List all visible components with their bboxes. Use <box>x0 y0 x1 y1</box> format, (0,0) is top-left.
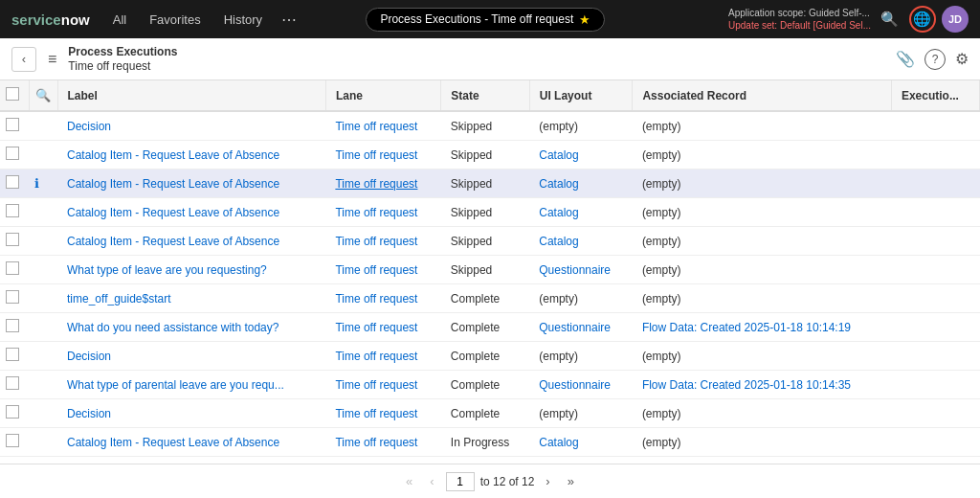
row-info-cell <box>29 371 57 399</box>
row-lane-link[interactable]: Time off request <box>335 292 417 306</box>
row-ui-layout-cell: Questionnaire <box>529 371 633 399</box>
row-checkbox-cell <box>0 371 29 399</box>
row-checkbox-cell <box>0 313 29 342</box>
row-lane-link[interactable]: Time off request <box>335 177 417 191</box>
row-label-link[interactable]: Catalog Item - Request Leave of Absence <box>67 206 279 219</box>
search-icon-btn[interactable]: 🔍 <box>877 6 903 33</box>
settings-icon[interactable]: ⚙ <box>955 50 969 68</box>
row-associated-record-link[interactable]: Flow Data: Created 2025-01-18 10:14:35 <box>642 378 851 392</box>
nav-all[interactable]: All <box>105 9 134 31</box>
row-lane-cell: Time off request <box>325 284 440 313</box>
row-lane-link[interactable]: Time off request <box>335 206 417 219</box>
row-associated-record-cell: (empty) <box>633 284 892 313</box>
row-lane-link[interactable]: Time off request <box>335 235 417 248</box>
search-icon[interactable]: 🔍 <box>35 88 51 102</box>
row-label-link[interactable]: Catalog Item - Request Leave of Absence <box>67 235 279 248</box>
row-execution-cell <box>891 428 979 457</box>
row-execution-cell <box>891 284 979 313</box>
row-label-link[interactable]: What type of leave are you requesting? <box>67 263 267 277</box>
row-execution-cell <box>891 256 979 284</box>
row-label-link[interactable]: Catalog Item - Request Leave of Absence <box>67 436 279 449</box>
row-checkbox[interactable] <box>6 319 19 332</box>
info-icon[interactable]: ℹ <box>34 176 39 191</box>
nav-favorites[interactable]: Favorites <box>142 9 208 31</box>
row-lane-link[interactable]: Time off request <box>335 263 417 277</box>
col-state: State <box>441 80 529 111</box>
row-lane-link[interactable]: Time off request <box>335 120 417 133</box>
nav-right-section: Application scope: Guided Self-... Updat… <box>728 6 969 33</box>
row-label-link[interactable]: What type of parental leave are you requ… <box>67 378 284 392</box>
table-row: What type of parental leave are you requ… <box>0 371 980 399</box>
row-lane-link[interactable]: Time off request <box>335 321 417 334</box>
row-ui-layout-link[interactable]: Catalog <box>539 436 578 449</box>
row-checkbox[interactable] <box>6 204 19 217</box>
next-page-button[interactable]: › <box>540 472 555 490</box>
col-search: 🔍 <box>29 80 57 111</box>
table-row: What type of leave are you requesting?Ti… <box>0 256 980 284</box>
row-label-link[interactable]: Decision <box>67 350 111 363</box>
row-lane-link[interactable]: Time off request <box>335 350 417 363</box>
menu-icon[interactable]: ≡ <box>44 49 60 70</box>
row-checkbox[interactable] <box>6 233 19 246</box>
row-lane-link[interactable]: Time off request <box>335 436 417 449</box>
row-label-link[interactable]: Catalog Item - Request Leave of Absence <box>67 148 279 162</box>
row-checkbox[interactable] <box>6 348 19 361</box>
row-checkbox[interactable] <box>6 261 19 275</box>
attach-icon[interactable]: 📎 <box>896 50 915 68</box>
back-button[interactable]: ‹ <box>11 47 36 72</box>
row-info-cell <box>29 428 57 457</box>
row-checkbox[interactable] <box>6 118 19 131</box>
prev-page-button[interactable]: ‹ <box>424 472 439 490</box>
row-ui-layout-link[interactable]: Questionnaire <box>539 263 611 277</box>
row-info-cell <box>29 227 57 256</box>
row-checkbox[interactable] <box>6 175 19 189</box>
page-total-info: to 12 of 12 <box>480 475 535 488</box>
servicenow-logo: servicenow <box>11 11 90 28</box>
row-lane-cell: Time off request <box>325 170 440 198</box>
col-execution: Executio... <box>891 80 979 111</box>
top-nav: servicenow All Favorites History ⋯ Proce… <box>0 0 980 38</box>
globe-icon-btn[interactable]: 🌐 <box>909 6 936 33</box>
nav-history[interactable]: History <box>216 9 270 31</box>
row-checkbox-cell <box>0 170 29 198</box>
row-ui-layout-link[interactable]: Catalog <box>539 177 578 191</box>
row-associated-record-cell: (empty) <box>633 141 892 170</box>
row-checkbox[interactable] <box>6 376 19 390</box>
row-label-link[interactable]: What do you need assistance with today? <box>67 321 278 334</box>
avatar[interactable]: JD <box>942 6 969 33</box>
nav-more-icon[interactable]: ⋯ <box>278 11 301 29</box>
row-info-cell <box>29 256 57 284</box>
row-checkbox[interactable] <box>6 147 19 160</box>
first-page-button[interactable]: « <box>400 472 418 490</box>
row-checkbox[interactable] <box>6 290 19 304</box>
row-ui-layout-link[interactable]: Catalog <box>539 148 578 162</box>
process-executions-pill[interactable]: Process Executions - Time off request ★ <box>366 8 605 32</box>
row-ui-layout-link[interactable]: Catalog <box>539 235 578 248</box>
select-all-checkbox[interactable] <box>6 87 19 101</box>
row-associated-record-link[interactable]: Flow Data: Created 2025-01-18 10:14:19 <box>642 321 851 334</box>
row-label-link[interactable]: time_off_guide$start <box>67 292 171 306</box>
row-label-link[interactable]: Decision <box>67 120 111 133</box>
current-page[interactable]: 1 <box>446 472 475 491</box>
row-label-link[interactable]: Decision <box>67 407 111 420</box>
row-checkbox[interactable] <box>6 434 19 447</box>
row-state-cell: Complete <box>441 371 529 399</box>
row-state-cell: Complete <box>441 284 529 313</box>
row-ui-layout-link[interactable]: Catalog <box>539 206 578 219</box>
row-label-link[interactable]: Catalog Item - Request Leave of Absence <box>67 177 279 191</box>
breadcrumb-info: Process Executions Time off request <box>68 45 177 74</box>
row-ui-layout-link[interactable]: Questionnaire <box>539 378 611 392</box>
star-icon[interactable]: ★ <box>579 12 590 27</box>
row-execution-cell <box>891 198 979 227</box>
row-lane-cell: Time off request <box>325 198 440 227</box>
row-ui-layout-link[interactable]: Questionnaire <box>539 321 611 334</box>
last-page-button[interactable]: » <box>562 472 580 490</box>
row-lane-link[interactable]: Time off request <box>335 148 417 162</box>
table-row: Catalog Item - Request Leave of AbsenceT… <box>0 227 980 256</box>
table-row: Catalog Item - Request Leave of AbsenceT… <box>0 198 980 227</box>
help-icon[interactable]: ? <box>924 49 946 70</box>
row-lane-cell: Time off request <box>325 399 440 428</box>
row-checkbox[interactable] <box>6 405 19 419</box>
row-lane-link[interactable]: Time off request <box>335 378 417 392</box>
row-lane-link[interactable]: Time off request <box>335 407 417 420</box>
